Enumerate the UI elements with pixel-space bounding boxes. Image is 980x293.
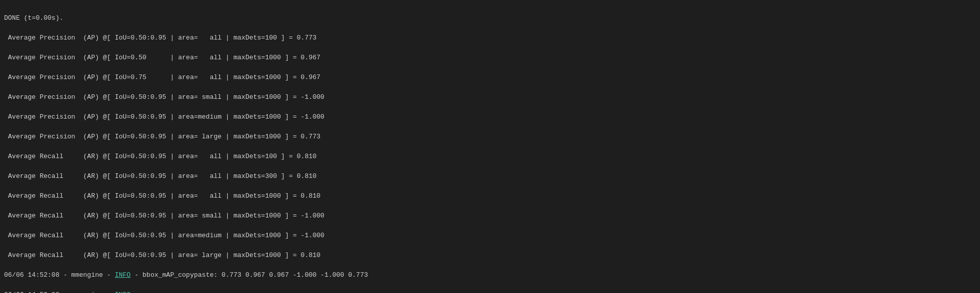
line-ap4: Average Precision (AP) @[ IoU=0.50:0.95 …	[4, 92, 976, 102]
line-ap2: Average Precision (AP) @[ IoU=0.50 | are…	[4, 53, 976, 63]
info-keyword-2: INFO	[115, 291, 130, 294]
line-ap3: Average Precision (AP) @[ IoU=0.75 | are…	[4, 72, 976, 83]
line-ap5: Average Precision (AP) @[ IoU=0.50:0.95 …	[4, 112, 976, 122]
line-ar2: Average Recall (AR) @[ IoU=0.50:0.95 | a…	[4, 171, 976, 181]
line-info1: 06/06 14:52:08 - mmengine - INFO - bbox_…	[4, 270, 976, 280]
line-ar6: Average Recall (AR) @[ IoU=0.50:0.95 | a…	[4, 250, 976, 261]
line-ap1: Average Precision (AP) @[ IoU=0.50:0.95 …	[4, 33, 976, 43]
line-done: DONE (t=0.00s).	[4, 13, 976, 23]
line-ar1: Average Recall (AR) @[ IoU=0.50:0.95 | a…	[4, 152, 976, 162]
line-ar4: Average Recall (AR) @[ IoU=0.50:0.95 | a…	[4, 211, 976, 221]
line-ap6: Average Precision (AP) @[ IoU=0.50:0.95 …	[4, 132, 976, 142]
line-info2: 06/06 14:52:08 - mmengine - INFO -	[4, 290, 976, 294]
info-keyword-1: INFO	[115, 271, 130, 279]
terminal-output: DONE (t=0.00s). Average Precision (AP) @…	[4, 3, 976, 293]
line-ar3: Average Recall (AR) @[ IoU=0.50:0.95 | a…	[4, 191, 976, 201]
line-ar5: Average Recall (AR) @[ IoU=0.50:0.95 | a…	[4, 231, 976, 241]
